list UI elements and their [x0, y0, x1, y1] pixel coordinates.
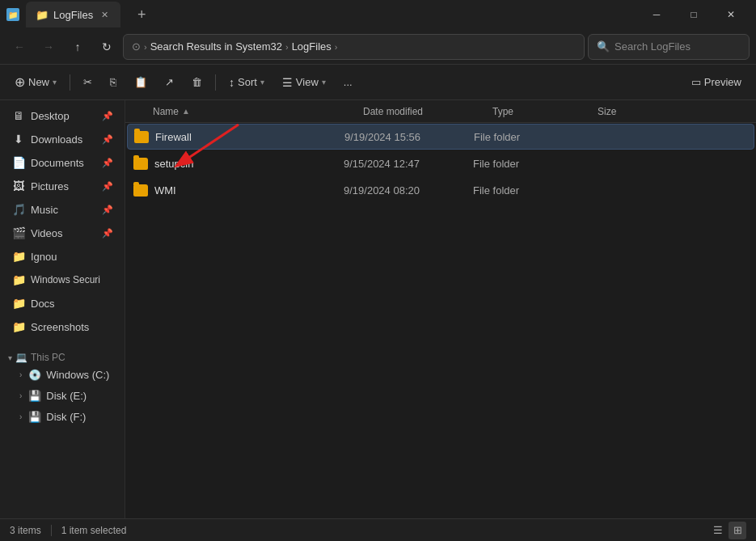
- new-icon: ⊕: [15, 74, 25, 90]
- search-icon: 🔍: [597, 40, 610, 53]
- view-label: View: [296, 76, 319, 88]
- file-name-firewall: Firewall: [155, 131, 344, 143]
- view-icon: ☰: [282, 76, 293, 89]
- sort-button[interactable]: ↕ Sort ▾: [221, 70, 272, 95]
- file-name-wmi: WMI: [154, 184, 344, 197]
- folder-icon-setupcln: [133, 156, 150, 171]
- sort-chevron-icon: ▾: [260, 78, 264, 87]
- file-row-firewall[interactable]: Firewall 9/19/2024 15:56 File folder: [127, 124, 754, 150]
- sidebar-item-ignou-label: Ignou: [31, 251, 57, 263]
- sidebar-item-downloads[interactable]: ⬇ Downloads 📌: [3, 128, 121, 150]
- forward-button[interactable]: →: [36, 34, 61, 60]
- sidebar: 🖥 Desktop 📌 ⬇ Downloads 📌 📄 Documents 📌 …: [0, 100, 125, 518]
- screenshots-icon: 📁: [11, 319, 26, 334]
- folder-icon-wmi: [133, 183, 150, 197]
- sort-label: Sort: [238, 76, 257, 88]
- drive-f-chevron-icon: ›: [19, 412, 22, 421]
- back-button[interactable]: ←: [6, 34, 32, 60]
- this-pc-section[interactable]: ▾ 💻 This PC: [8, 352, 125, 363]
- column-header-name[interactable]: Name ▲: [153, 106, 363, 117]
- search-placeholder: Search LogFiles: [615, 40, 691, 53]
- share-button[interactable]: ↗: [157, 70, 182, 95]
- delete-button[interactable]: 🗑: [184, 70, 210, 95]
- address-path[interactable]: ⊙ › Search Results in System32 › LogFile…: [123, 34, 585, 60]
- sidebar-item-windows-securi-label: Windows Securi: [31, 274, 100, 285]
- sidebar-item-pictures-label: Pictures: [31, 180, 69, 192]
- sidebar-item-music[interactable]: 🎵 Music 📌: [3, 198, 121, 221]
- location-icon: ⊙: [132, 40, 141, 53]
- maximize-button[interactable]: □: [675, 0, 712, 29]
- search-box[interactable]: 🔍 Search LogFiles: [588, 34, 750, 60]
- sidebar-item-videos[interactable]: 🎬 Videos 📌: [3, 222, 121, 244]
- sidebar-item-desktop[interactable]: 🖥 Desktop 📌: [3, 104, 121, 127]
- paste-button[interactable]: 📋: [126, 70, 155, 95]
- pin-icon-downloads: 📌: [102, 134, 113, 145]
- close-button[interactable]: ✕: [712, 0, 750, 29]
- drive-e-label: Disk (E:): [46, 390, 87, 402]
- file-name-setupcln: setupcln: [154, 158, 344, 170]
- cut-button[interactable]: ✂: [75, 70, 100, 95]
- preview-button[interactable]: ▭ Preview: [683, 70, 750, 95]
- view-toggle: ☰ ⊞: [709, 522, 746, 539]
- toolbar-separator-2: [215, 74, 216, 91]
- sidebar-item-docs-label: Docs: [31, 298, 55, 310]
- file-type-firewall: File folder: [474, 131, 579, 143]
- desktop-icon: 🖥: [11, 108, 26, 123]
- downloads-icon: ⬇: [11, 132, 26, 146]
- more-button[interactable]: ...: [336, 70, 361, 95]
- current-tab[interactable]: 📁 LogFiles ✕: [26, 2, 120, 27]
- minimize-button[interactable]: ─: [638, 0, 675, 29]
- docs-icon: 📁: [11, 296, 26, 311]
- sidebar-item-pictures[interactable]: 🖼 Pictures 📌: [3, 175, 121, 197]
- drive-c-chevron-icon: ›: [19, 370, 22, 379]
- path-chevron-2: ›: [285, 42, 289, 52]
- new-button[interactable]: ⊕ New ▾: [6, 70, 65, 95]
- toolbar-separator-1: [70, 74, 70, 91]
- column-header-size[interactable]: Size: [598, 106, 678, 117]
- column-header-type[interactable]: Type: [492, 106, 598, 117]
- copy-button[interactable]: ⎘: [102, 70, 125, 95]
- ignou-icon: 📁: [11, 249, 26, 264]
- windows-securi-icon: 📁: [11, 273, 26, 287]
- pin-icon-videos: 📌: [102, 228, 113, 239]
- tab-title: LogFiles: [53, 9, 93, 21]
- view-button[interactable]: ☰ View ▾: [274, 70, 334, 95]
- column-header-date[interactable]: Date modified: [363, 106, 492, 117]
- sidebar-item-videos-label: Videos: [31, 227, 63, 239]
- documents-icon: 📄: [11, 155, 26, 170]
- drive-f-icon: 💾: [28, 411, 41, 423]
- pin-icon-pictures: 📌: [102, 181, 113, 192]
- this-pc-chevron-icon: ▾: [8, 353, 12, 362]
- sidebar-item-ignou[interactable]: 📁 Ignou: [3, 245, 121, 268]
- sidebar-item-docs[interactable]: 📁 Docs: [3, 292, 121, 315]
- paste-icon: 📋: [134, 76, 147, 88]
- tab-close-button[interactable]: ✕: [98, 8, 111, 21]
- path-chevron-1: ›: [144, 42, 147, 52]
- new-tab-button[interactable]: +: [130, 3, 153, 26]
- sidebar-drive-disk-e[interactable]: › 💾 Disk (E:): [3, 386, 121, 406]
- file-row-setupcln[interactable]: setupcln 9/15/2024 12:47 File folder: [127, 150, 754, 176]
- file-date-firewall: 9/19/2024 15:56: [344, 131, 474, 143]
- refresh-button[interactable]: ↻: [94, 34, 120, 60]
- path-chevron-3: ›: [335, 42, 338, 52]
- cut-icon: ✂: [83, 76, 92, 88]
- preview-label: Preview: [704, 76, 741, 88]
- share-icon: ↗: [165, 76, 174, 88]
- file-list: Name ▲ Date modified Type Size Firewall …: [125, 100, 756, 518]
- sort-arrow-name: ▲: [182, 107, 190, 116]
- sidebar-drive-disk-f[interactable]: › 💾 Disk (F:): [3, 407, 121, 427]
- sidebar-item-screenshots-label: Screenshots: [31, 321, 89, 333]
- detail-view-button[interactable]: ⊞: [729, 522, 746, 539]
- sidebar-item-documents-label: Documents: [31, 157, 84, 169]
- more-icon: ...: [344, 76, 353, 88]
- sidebar-item-documents[interactable]: 📄 Documents 📌: [3, 151, 121, 174]
- sidebar-item-screenshots[interactable]: 📁 Screenshots: [3, 315, 121, 338]
- drive-c-icon: 💿: [28, 369, 41, 381]
- sort-icon: ↕: [229, 76, 234, 89]
- sidebar-drive-windows-c[interactable]: › 💿 Windows (C:): [3, 365, 121, 385]
- list-view-button[interactable]: ☰: [709, 522, 727, 539]
- sidebar-item-windows-securi[interactable]: 📁 Windows Securi: [3, 268, 121, 291]
- status-separator: [51, 525, 52, 536]
- up-button[interactable]: ↑: [65, 34, 91, 60]
- file-row-wmi[interactable]: WMI 9/19/2024 08:20 File folder: [127, 177, 754, 203]
